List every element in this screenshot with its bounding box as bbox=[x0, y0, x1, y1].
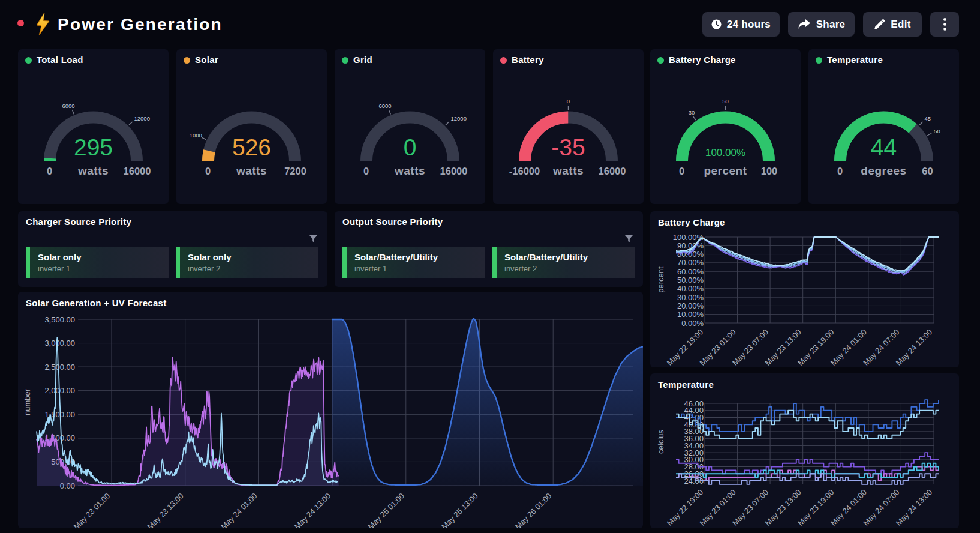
svg-text:295: 295 bbox=[74, 134, 113, 160]
svg-text:percent: percent bbox=[656, 266, 665, 293]
svg-text:16000: 16000 bbox=[440, 166, 468, 176]
svg-text:12000: 12000 bbox=[134, 115, 150, 122]
svg-text:May 24 13:00: May 24 13:00 bbox=[293, 492, 332, 528]
svg-text:60.00%: 60.00% bbox=[677, 267, 704, 276]
svg-text:30.00%: 30.00% bbox=[677, 293, 704, 302]
svg-text:20.00%: 20.00% bbox=[677, 301, 704, 310]
svg-text:44: 44 bbox=[871, 134, 897, 160]
svg-text:number: number bbox=[23, 388, 32, 415]
svg-text:3,500.00: 3,500.00 bbox=[44, 315, 75, 324]
svg-text:50: 50 bbox=[934, 128, 940, 134]
svg-text:percent: percent bbox=[704, 164, 747, 177]
svg-text:50.00%: 50.00% bbox=[677, 276, 704, 285]
svg-text:celcius: celcius bbox=[656, 430, 665, 454]
svg-text:watts: watts bbox=[552, 164, 584, 177]
svg-text:0: 0 bbox=[404, 134, 417, 160]
svg-text:-16000: -16000 bbox=[509, 166, 540, 176]
svg-text:0: 0 bbox=[837, 166, 843, 176]
svg-text:May 23 13:00: May 23 13:00 bbox=[146, 492, 185, 528]
svg-text:100.00%: 100.00% bbox=[705, 147, 745, 158]
svg-text:6000: 6000 bbox=[378, 103, 391, 109]
svg-text:1000: 1000 bbox=[190, 132, 202, 139]
svg-text:0: 0 bbox=[679, 166, 684, 176]
svg-text:70.00%: 70.00% bbox=[677, 258, 704, 267]
svg-text:watts: watts bbox=[236, 164, 267, 177]
svg-text:May 25 13:00: May 25 13:00 bbox=[440, 492, 479, 528]
svg-text:0: 0 bbox=[567, 98, 570, 104]
svg-text:May 25 01:00: May 25 01:00 bbox=[366, 492, 406, 528]
svg-text:-35: -35 bbox=[551, 134, 585, 160]
svg-text:50: 50 bbox=[722, 98, 729, 104]
svg-text:May 23 01:00: May 23 01:00 bbox=[72, 492, 112, 528]
svg-text:10.00%: 10.00% bbox=[677, 310, 704, 319]
svg-text:May 24 01:00: May 24 01:00 bbox=[219, 492, 258, 528]
svg-text:watts: watts bbox=[77, 164, 109, 177]
svg-text:16000: 16000 bbox=[124, 166, 151, 176]
svg-text:30: 30 bbox=[689, 109, 695, 116]
svg-text:0: 0 bbox=[205, 166, 211, 176]
svg-text:watts: watts bbox=[394, 164, 425, 177]
svg-text:60: 60 bbox=[922, 166, 933, 176]
svg-text:100: 100 bbox=[761, 166, 778, 176]
svg-text:7200: 7200 bbox=[284, 166, 306, 176]
svg-text:526: 526 bbox=[232, 134, 271, 160]
svg-text:6000: 6000 bbox=[62, 103, 74, 109]
svg-text:0: 0 bbox=[47, 166, 52, 176]
svg-text:16000: 16000 bbox=[599, 166, 626, 176]
svg-text:40.00%: 40.00% bbox=[677, 284, 704, 293]
svg-text:May 26 01:00: May 26 01:00 bbox=[513, 492, 553, 528]
svg-text:12000: 12000 bbox=[451, 115, 467, 122]
svg-text:degrees: degrees bbox=[861, 164, 906, 177]
svg-text:3,000.00: 3,000.00 bbox=[44, 339, 75, 348]
svg-text:0: 0 bbox=[363, 166, 369, 176]
svg-text:45: 45 bbox=[925, 115, 931, 122]
svg-text:2,500.00: 2,500.00 bbox=[44, 363, 75, 372]
svg-text:0.00%: 0.00% bbox=[681, 319, 704, 328]
